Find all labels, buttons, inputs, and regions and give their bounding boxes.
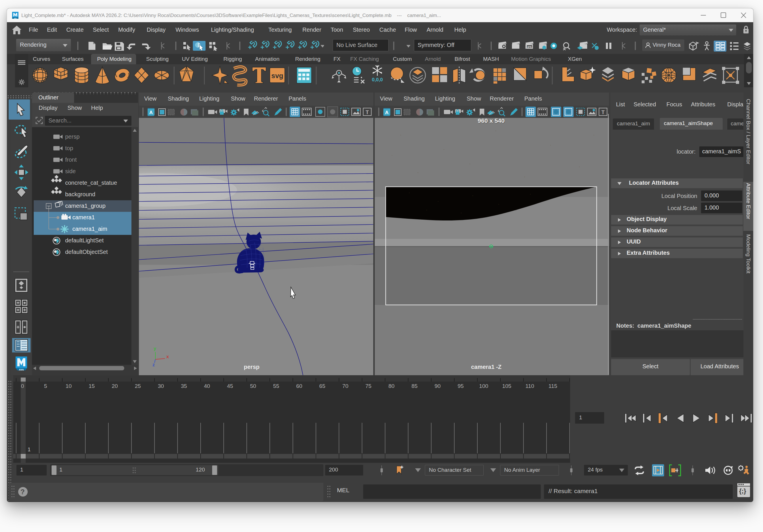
svg-text:svg: svg (271, 72, 283, 79)
svg-text:y: y (154, 346, 156, 351)
svg-text:1: 1 (28, 447, 31, 453)
svg-text:AYA: AYA (19, 368, 24, 371)
svg-text:AYA: AYA (14, 18, 17, 19)
svg-text:camera1 -Z: camera1 -Z (471, 364, 501, 370)
svg-text:0,0,0: 0,0,0 (372, 77, 383, 82)
svg-text:T: T (366, 110, 369, 115)
svg-text:A: A (149, 110, 153, 115)
svg-text:IPR: IPR (527, 46, 532, 49)
svg-text:T: T (601, 110, 605, 115)
svg-text:z: z (153, 362, 155, 367)
svg-text:x: x (166, 354, 169, 359)
svg-text:persp: persp (244, 364, 260, 370)
svg-text:960 x 540: 960 x 540 (478, 118, 504, 124)
